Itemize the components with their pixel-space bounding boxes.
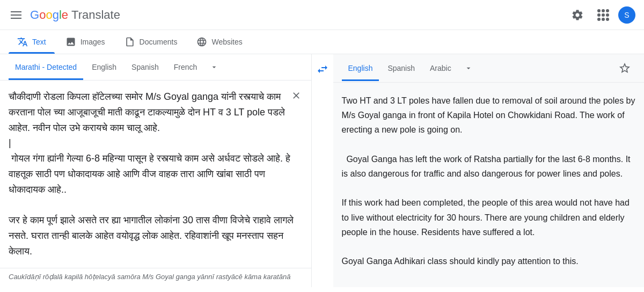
globe-icon — [196, 36, 207, 47]
star-icon — [618, 62, 631, 75]
user-avatar-button[interactable]: S — [618, 6, 635, 24]
target-text-area: Two HT and 3 LT poles have fallen due to… — [333, 83, 645, 287]
source-lang-english[interactable]: English — [85, 59, 123, 76]
tab-documents[interactable]: Documents — [116, 30, 186, 54]
source-lang-spanish[interactable]: Spanish — [125, 59, 165, 76]
source-transliteration: Caukīdāṇī rōḍalā kapilā hōṭelacyā samōra… — [0, 268, 311, 287]
header: Google Translate S — [0, 0, 644, 30]
tab-text[interactable]: Text — [9, 30, 55, 54]
hamburger-icon — [11, 11, 21, 19]
source-lang-french[interactable]: French — [167, 59, 204, 76]
target-lang-spanish[interactable]: Spanish — [381, 60, 421, 77]
apps-button[interactable] — [592, 4, 614, 26]
clear-text-button[interactable] — [288, 87, 305, 104]
logo-g2: g — [53, 8, 59, 21]
image-icon — [65, 36, 76, 47]
save-translation-button[interactable] — [614, 59, 635, 78]
document-icon — [125, 36, 135, 47]
settings-button[interactable] — [567, 4, 588, 26]
logo: Google Translate — [30, 8, 120, 22]
source-text-content: चौकीदाणी रोडला किपला हॉटेलच्या समोर M/s … — [9, 89, 303, 268]
target-text-content: Two HT and 3 LT poles have fallen due to… — [342, 93, 636, 268]
hamburger-menu-button[interactable] — [9, 4, 30, 26]
logo-g: G — [30, 8, 39, 21]
swap-languages-button[interactable] — [312, 59, 333, 80]
google-logo-text: Google — [30, 8, 68, 22]
tab-bar: Text Images Documents Websites — [0, 30, 644, 54]
logo-o2: o — [46, 8, 52, 21]
logo-o1: o — [39, 8, 46, 21]
settings-icon — [571, 9, 584, 21]
tab-websites[interactable]: Websites — [188, 30, 251, 54]
close-icon — [291, 90, 302, 101]
target-lang-more-button[interactable] — [460, 60, 477, 77]
target-panel: English Spanish Arabic Two HT and 3 LT p… — [333, 54, 645, 287]
apps-grid-icon — [597, 9, 609, 21]
swap-icon — [316, 63, 329, 76]
chevron-down-icon — [210, 62, 218, 72]
source-lang-more-button[interactable] — [206, 59, 223, 76]
source-lang-bar: Marathi - Detected English Spanish Frenc… — [0, 54, 311, 81]
swap-section — [312, 54, 333, 287]
tab-images-label: Images — [80, 38, 105, 46]
tab-websites-label: Websites — [211, 38, 242, 46]
chevron-down-icon — [464, 63, 473, 74]
target-lang-bar: English Spanish Arabic — [333, 54, 645, 83]
source-text-area[interactable]: चौकीदाणी रोडला किपला हॉटेलच्या समोर M/s … — [0, 81, 311, 268]
source-lang-marathi-detected[interactable]: Marathi - Detected — [9, 59, 83, 76]
tab-text-label: Text — [32, 38, 46, 46]
main-container: Marathi - Detected English Spanish Frenc… — [0, 54, 644, 287]
header-icons: S — [567, 4, 635, 26]
tab-images[interactable]: Images — [57, 30, 114, 54]
source-panel: Marathi - Detected English Spanish Frenc… — [0, 54, 312, 287]
text-icon — [17, 36, 28, 47]
logo-e: e — [62, 8, 68, 21]
translate-logo-text: Translate — [71, 8, 120, 22]
target-lang-english[interactable]: English — [342, 60, 379, 77]
target-lang-arabic[interactable]: Arabic — [423, 60, 458, 77]
tab-documents-label: Documents — [140, 38, 178, 46]
